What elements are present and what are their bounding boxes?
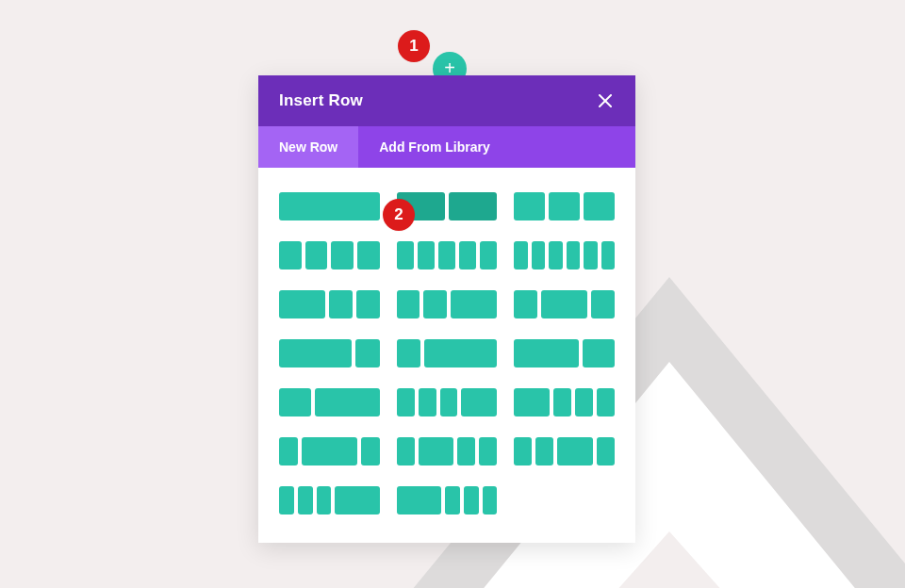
layout-column — [549, 192, 580, 220]
layout-column — [514, 388, 550, 416]
layout-column — [440, 388, 458, 416]
layout-column — [553, 388, 571, 416]
layout-option-0[interactable] — [279, 192, 380, 220]
layout-column — [397, 290, 420, 318]
layout-column — [514, 192, 545, 220]
layout-column — [549, 241, 562, 270]
tab-new-row[interactable]: New Row — [258, 126, 358, 168]
layout-grid — [279, 192, 615, 514]
layout-column — [535, 437, 553, 466]
close-icon — [599, 94, 612, 107]
layout-column — [279, 388, 311, 416]
layout-column — [397, 339, 421, 368]
layout-column — [438, 241, 455, 270]
layout-column — [361, 437, 380, 466]
layout-column — [575, 388, 593, 416]
layout-option-16[interactable] — [397, 437, 498, 466]
layout-column — [514, 241, 527, 270]
layout-column — [597, 388, 615, 416]
layout-column — [451, 290, 497, 318]
layout-option-7[interactable] — [397, 290, 498, 318]
callout-badge-2: 2 — [383, 199, 415, 231]
layout-column — [567, 241, 580, 270]
layout-column — [480, 241, 497, 270]
layout-column — [331, 241, 354, 270]
layout-option-17[interactable] — [514, 437, 615, 466]
layout-option-4[interactable] — [397, 241, 498, 270]
layout-option-9[interactable] — [279, 339, 380, 368]
layout-column — [418, 241, 435, 270]
plus-icon: + — [444, 58, 455, 77]
layout-column — [419, 388, 436, 416]
layout-option-5[interactable] — [514, 241, 615, 270]
layout-column — [357, 241, 380, 270]
layout-option-6[interactable] — [279, 290, 380, 318]
layout-option-8[interactable] — [514, 290, 615, 318]
layout-column — [356, 290, 380, 318]
layout-column — [279, 192, 380, 220]
layout-column — [584, 241, 597, 270]
layout-column — [329, 290, 353, 318]
layout-column — [279, 290, 325, 318]
layout-column — [459, 241, 476, 270]
layout-column — [335, 486, 379, 514]
insert-row-modal: Insert Row New Row Add From Library — [258, 75, 635, 543]
close-button[interactable] — [592, 88, 618, 114]
layout-column — [483, 486, 498, 514]
layout-column — [597, 437, 615, 466]
modal-title: Insert Row — [279, 91, 363, 110]
layout-option-12[interactable] — [279, 388, 380, 416]
layout-column — [449, 192, 497, 220]
layout-option-11[interactable] — [514, 339, 615, 368]
callout-badge-1: 1 — [398, 30, 430, 62]
layout-column — [457, 437, 475, 466]
layout-column — [514, 339, 578, 368]
layout-option-13[interactable] — [397, 388, 498, 416]
layout-column — [419, 437, 454, 466]
layout-column — [355, 339, 380, 368]
layout-column — [317, 486, 332, 514]
layout-column — [279, 339, 352, 368]
layout-column — [397, 241, 414, 270]
layout-option-14[interactable] — [514, 388, 615, 416]
modal-tabs: New Row Add From Library — [258, 126, 635, 168]
layout-column — [591, 290, 615, 318]
layout-column — [541, 290, 587, 318]
layout-option-2[interactable] — [514, 192, 615, 220]
layout-column — [514, 290, 537, 318]
tab-add-from-library[interactable]: Add From Library — [358, 126, 510, 168]
layout-column — [397, 388, 415, 416]
layout-option-15[interactable] — [279, 437, 380, 466]
layout-column — [601, 241, 615, 270]
layout-column — [298, 486, 313, 514]
layout-column — [397, 437, 415, 466]
layout-column — [279, 437, 298, 466]
layout-column — [445, 486, 460, 514]
modal-body — [258, 168, 635, 543]
layout-column — [557, 437, 593, 466]
layout-column — [305, 241, 328, 270]
layout-column — [423, 290, 447, 318]
layout-column — [424, 339, 497, 368]
layout-column — [583, 339, 615, 368]
layout-column — [279, 241, 302, 270]
modal-header: Insert Row — [258, 75, 635, 126]
layout-option-3[interactable] — [279, 241, 380, 270]
layout-column — [461, 388, 497, 416]
layout-column — [584, 192, 615, 220]
layout-column — [479, 437, 497, 466]
layout-option-19[interactable] — [397, 486, 498, 514]
layout-column — [315, 388, 379, 416]
layout-option-18[interactable] — [279, 486, 380, 514]
layout-column — [279, 486, 294, 514]
layout-column — [532, 241, 545, 270]
layout-option-10[interactable] — [397, 339, 498, 368]
layout-column — [397, 486, 441, 514]
layout-column — [302, 437, 357, 466]
layout-column — [464, 486, 479, 514]
layout-column — [514, 437, 532, 466]
